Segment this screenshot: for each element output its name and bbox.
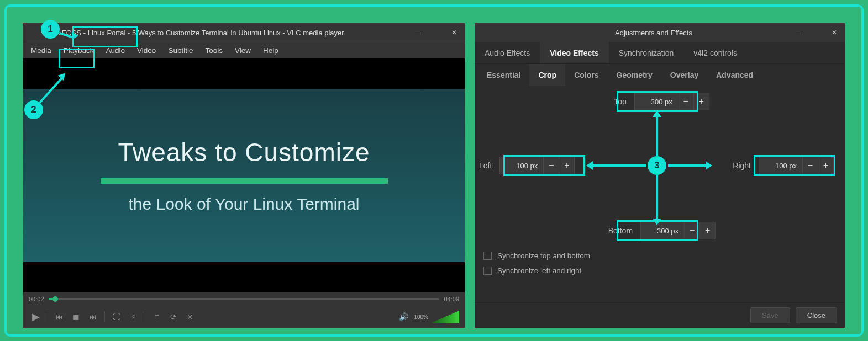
minus-button[interactable]: − bbox=[543, 157, 559, 174]
minimize-button[interactable]: — bbox=[414, 28, 424, 38]
time-total: 04:09 bbox=[444, 296, 459, 302]
slide-divider bbox=[101, 178, 388, 184]
checkbox-icon[interactable] bbox=[483, 267, 492, 275]
menu-video[interactable]: Video bbox=[137, 46, 156, 55]
vlc-window: It's FOSS - Linux Portal - 5 Ways to Cus… bbox=[23, 23, 465, 328]
menu-playback[interactable]: Playback bbox=[64, 46, 94, 55]
crop-top-label: Top bbox=[614, 97, 627, 106]
sync-top-bottom-row[interactable]: Synchronize top and bottom bbox=[483, 252, 590, 260]
menu-media[interactable]: Media bbox=[31, 46, 51, 55]
crop-bottom-input[interactable] bbox=[641, 227, 684, 235]
annotation-badge-3: 3 bbox=[648, 156, 666, 175]
effects-titlebar: Adjustments and Effects — ✕ bbox=[475, 23, 845, 42]
video-frame: Tweaks to Customize the Look of Your Lin… bbox=[23, 89, 465, 262]
plus-button[interactable]: + bbox=[818, 157, 833, 174]
vlc-title: It's FOSS - Linux Portal - 5 Ways to Cus… bbox=[29, 29, 414, 37]
tab-video-effects[interactable]: Video Effects bbox=[540, 42, 608, 63]
subtab-essential[interactable]: Essential bbox=[478, 64, 529, 86]
subtab-crop[interactable]: Crop bbox=[529, 64, 565, 86]
annotation-badge-1: 1 bbox=[41, 20, 60, 39]
save-button[interactable]: Save bbox=[750, 307, 790, 323]
crop-bottom-label: Bottom bbox=[608, 226, 633, 235]
plus-button[interactable]: + bbox=[699, 222, 715, 239]
extended-button[interactable]: ♯ bbox=[126, 310, 140, 324]
minus-button[interactable]: − bbox=[802, 157, 818, 174]
effects-title: Adjustments and Effects bbox=[513, 29, 794, 37]
menu-view[interactable]: View bbox=[235, 46, 251, 55]
sync-tb-label: Synchronize top and bottom bbox=[497, 252, 590, 260]
tab-audio-effects[interactable]: Audio Effects bbox=[475, 42, 540, 63]
volume-slider[interactable] bbox=[432, 311, 459, 323]
sync-left-right-row[interactable]: Synchronize left and right bbox=[483, 267, 590, 275]
sync-lr-label: Synchronize left and right bbox=[497, 267, 581, 275]
minus-button[interactable]: − bbox=[684, 222, 699, 239]
annotation-badge-2: 2 bbox=[24, 100, 43, 119]
maximize-button[interactable] bbox=[812, 28, 822, 38]
control-row: ▶ ⏮ ◼ ⏭ ⛶ ♯ ≡ ⟳ ⤨ 🔊 100% bbox=[23, 306, 465, 328]
main-tabs: Audio Effects Video Effects Synchronizat… bbox=[475, 42, 845, 64]
crop-left-label: Left bbox=[479, 161, 492, 170]
effects-window: Adjustments and Effects — ✕ Audio Effect… bbox=[475, 23, 845, 328]
close-button[interactable]: ✕ bbox=[449, 28, 459, 38]
crop-panel: Top −+ Left −+ Right −+ bbox=[475, 86, 845, 302]
mute-button[interactable]: 🔊 bbox=[396, 310, 411, 324]
next-button[interactable]: ⏭ bbox=[86, 310, 100, 324]
close-dialog-button[interactable]: Close bbox=[796, 307, 837, 323]
crop-left-row: Left −+ bbox=[479, 157, 575, 174]
stop-button[interactable]: ◼ bbox=[69, 310, 83, 324]
plus-button[interactable]: + bbox=[559, 157, 574, 174]
crop-bottom-spinner: −+ bbox=[640, 222, 716, 239]
fullscreen-button[interactable]: ⛶ bbox=[109, 310, 124, 324]
close-button[interactable]: ✕ bbox=[829, 28, 839, 38]
slide-heading: Tweaks to Customize bbox=[118, 137, 370, 167]
minus-button[interactable]: − bbox=[678, 93, 693, 110]
shuffle-button[interactable]: ⤨ bbox=[183, 310, 197, 324]
crop-right-label: Right bbox=[733, 161, 751, 170]
sub-tabs: Essential Crop Colors Geometry Overlay A… bbox=[475, 64, 845, 86]
crop-right-spinner: −+ bbox=[759, 157, 834, 174]
crop-bottom-row: Bottom −+ bbox=[608, 222, 716, 239]
play-button[interactable]: ▶ bbox=[29, 310, 43, 324]
crop-top-spinner: −+ bbox=[634, 93, 709, 110]
volume-percent: 100% bbox=[414, 314, 428, 320]
checkbox-icon[interactable] bbox=[483, 252, 492, 260]
subtab-advanced[interactable]: Advanced bbox=[707, 64, 762, 86]
dialog-buttons: Save Close bbox=[475, 302, 845, 328]
subtab-overlay[interactable]: Overlay bbox=[661, 64, 707, 86]
crop-right-row: Right −+ bbox=[733, 157, 834, 174]
playlist-button[interactable]: ≡ bbox=[150, 310, 164, 324]
tab-v4l2[interactable]: v4l2 controls bbox=[683, 42, 747, 63]
maximize-button[interactable] bbox=[432, 28, 441, 38]
seek-row: 00:02 04:09 bbox=[23, 292, 465, 306]
tab-synchronization[interactable]: Synchronization bbox=[609, 42, 684, 63]
crop-right-input[interactable] bbox=[759, 162, 802, 170]
vlc-titlebar: It's FOSS - Linux Portal - 5 Ways to Cus… bbox=[23, 23, 465, 42]
time-current: 00:02 bbox=[29, 296, 44, 302]
crop-top-row: Top −+ bbox=[614, 93, 709, 110]
plus-button[interactable]: + bbox=[693, 93, 709, 110]
crop-top-input[interactable] bbox=[635, 98, 678, 106]
crop-left-spinner: −+ bbox=[499, 157, 575, 174]
vlc-menubar: Media Playback Audio Video Subtitle Tool… bbox=[23, 42, 465, 58]
seek-bar[interactable] bbox=[49, 298, 440, 300]
slide-subheading: the Look of Your Linux Terminal bbox=[128, 195, 359, 214]
menu-audio[interactable]: Audio bbox=[106, 46, 125, 55]
menu-subtitle[interactable]: Subtitle bbox=[168, 46, 193, 55]
subtab-geometry[interactable]: Geometry bbox=[608, 64, 661, 86]
crop-left-input[interactable] bbox=[500, 162, 543, 170]
menu-tools[interactable]: Tools bbox=[205, 46, 223, 55]
menu-help[interactable]: Help bbox=[263, 46, 278, 55]
loop-button[interactable]: ⟳ bbox=[166, 310, 181, 324]
prev-button[interactable]: ⏮ bbox=[52, 310, 67, 324]
video-area[interactable]: Tweaks to Customize the Look of Your Lin… bbox=[23, 58, 465, 292]
minimize-button[interactable]: — bbox=[794, 28, 804, 38]
subtab-colors[interactable]: Colors bbox=[565, 64, 607, 86]
